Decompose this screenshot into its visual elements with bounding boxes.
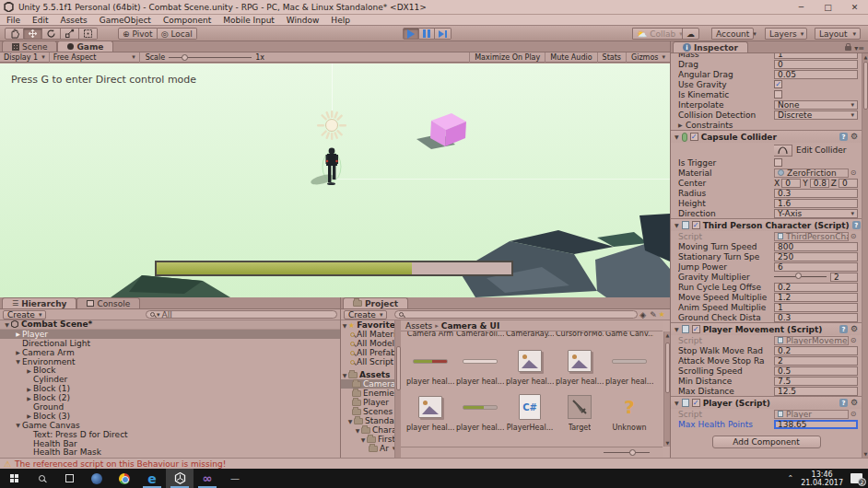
- object-picker-icon[interactable]: ⊙: [849, 232, 858, 240]
- ground-check-distance-field[interactable]: 0.3: [774, 313, 858, 322]
- menu-help[interactable]: Help: [331, 16, 350, 25]
- favorite-all-models[interactable]: All Model: [341, 339, 394, 348]
- favorite-all-prefabs[interactable]: All Prefab: [341, 348, 394, 357]
- player-script-header[interactable]: ▼ Player (Script) ?⚙: [671, 396, 862, 409]
- asset-tile[interactable]: player heal...: [605, 344, 653, 387]
- component-enabled-checkbox[interactable]: [692, 325, 700, 333]
- script-object-field[interactable]: ThirdPersonCharacter: [774, 232, 849, 241]
- inspector-scroll-area[interactable]: Mass1 Drag0 Angular Drag0.05 Use Gravity…: [671, 53, 862, 458]
- tab-hierarchy[interactable]: ☰Hierarchy: [2, 297, 76, 308]
- mute-audio-button[interactable]: Mute Audio: [545, 52, 596, 63]
- tab-console[interactable]: Console: [76, 297, 140, 308]
- help-icon[interactable]: ?: [839, 399, 848, 407]
- scale-slider-thumb[interactable]: [182, 54, 188, 61]
- hierarchy-item-game-canvas[interactable]: ▼Game Canvas: [0, 421, 340, 430]
- asset-tile[interactable]: ?Unknown: [605, 390, 653, 433]
- task-view-button[interactable]: [55, 469, 83, 488]
- account-dropdown[interactable]: Account▾: [711, 28, 754, 40]
- scrolling-speed-field[interactable]: 0.5: [774, 366, 858, 376]
- script-object-field[interactable]: Player: [774, 410, 849, 419]
- move-speed-multiplier-field[interactable]: 1.2: [774, 293, 858, 302]
- project-folder-tree[interactable]: ▼★Favorites All Materi All Model All Pre…: [341, 320, 394, 458]
- cloud-button[interactable]: ☁: [682, 28, 699, 40]
- attack-move-stop-range-field[interactable]: 2: [774, 356, 858, 366]
- object-picker-icon[interactable]: ⊙: [849, 168, 858, 177]
- scrollbar-thumb[interactable]: [863, 62, 868, 110]
- scale-slider[interactable]: [169, 57, 252, 58]
- game-viewport[interactable]: Press G to enter Direct control mode: [0, 64, 670, 297]
- gear-icon[interactable]: ⚙: [850, 133, 858, 141]
- menu-file[interactable]: File: [6, 16, 20, 25]
- display-dropdown[interactable]: Display 1▾: [0, 52, 50, 63]
- status-bar[interactable]: ⚠ The referenced script on this Behaviou…: [0, 458, 868, 469]
- help-icon[interactable]: ?: [852, 221, 861, 229]
- pivot-toggle-button[interactable]: ⊕Pivot: [118, 28, 158, 40]
- taskbar-app-globe[interactable]: [83, 469, 111, 488]
- max-distance-field[interactable]: 12.5: [774, 387, 858, 396]
- help-icon[interactable]: ?: [839, 325, 848, 333]
- save-search-icon[interactable]: ★: [659, 310, 665, 319]
- scale-tool-button[interactable]: [61, 28, 79, 40]
- center-z-field[interactable]: 0: [839, 179, 858, 188]
- hierarchy-item-health-bar-mask[interactable]: Health Bar Mask: [0, 447, 340, 457]
- material-object-field[interactable]: ZeroFriction: [774, 168, 849, 178]
- help-icon[interactable]: ?: [839, 133, 848, 141]
- breadcrumb-assets[interactable]: Assets: [405, 321, 432, 331]
- hierarchy-item-environment[interactable]: ▼Environment: [0, 357, 340, 366]
- title-bar[interactable]: Unity 5.5.1f1 Personal (64bit) - Combat …: [0, 0, 868, 15]
- tab-scene[interactable]: Scene: [2, 41, 57, 52]
- mass-field[interactable]: 1: [774, 53, 858, 59]
- radius-field[interactable]: 0.3: [774, 189, 858, 198]
- folder-player[interactable]: Player: [341, 398, 394, 407]
- folder-characters[interactable]: ▼Charac: [341, 425, 394, 435]
- stop-walk-move-radius-field[interactable]: 0.2: [774, 346, 858, 355]
- hierarchy-item-player[interactable]: ▶Player: [0, 330, 340, 339]
- favorite-all-materials[interactable]: All Materi: [341, 330, 394, 339]
- hierarchy-create-button[interactable]: Create▾: [3, 310, 46, 320]
- hierarchy-item-block[interactable]: ▶Block: [0, 366, 340, 375]
- collision-detection-dropdown[interactable]: Discrete▾: [774, 110, 858, 120]
- gear-icon[interactable]: ⚙: [850, 325, 858, 333]
- capsule-collider-header[interactable]: ▼ Capsule Collider ?⚙: [671, 130, 862, 143]
- capsule-collider-enabled-checkbox[interactable]: [690, 133, 698, 141]
- gear-icon[interactable]: ⚙: [850, 399, 858, 407]
- favorites-root[interactable]: ▼★Favorites: [341, 320, 394, 330]
- asset-tile[interactable]: Game Canv...: [605, 331, 653, 339]
- scrollbar-thumb[interactable]: [665, 343, 670, 393]
- moving-turn-speed-field[interactable]: 800: [774, 242, 858, 251]
- asset-tile[interactable]: player heal...: [456, 344, 504, 387]
- run-cycle-leg-offset-field[interactable]: 0.2: [774, 283, 858, 292]
- hand-tool-button[interactable]: [5, 28, 24, 40]
- assets-root[interactable]: ▼Assets: [341, 370, 394, 379]
- asset-grid[interactable]: Camera Arm CameraFoll... CameraRay... Cu…: [401, 331, 663, 447]
- folder-enemies[interactable]: Enemies: [341, 389, 394, 398]
- hierarchy-item-text[interactable]: Text: Press D for Direct: [0, 430, 340, 439]
- collab-button[interactable]: ⛅Collab▾: [632, 28, 687, 40]
- menu-component[interactable]: Component: [163, 16, 211, 25]
- panel-menu-icon[interactable]: ▾≡: [854, 44, 864, 52]
- taskbar-visual-studio[interactable]: ∞: [194, 469, 221, 488]
- hierarchy-item-combat-scene[interactable]: ▼Combat Scene*: [0, 320, 340, 330]
- hierarchy-item-block-2[interactable]: ▶Block (2): [0, 393, 340, 402]
- tab-inspector[interactable]: iInspector: [673, 41, 748, 52]
- folder-ar[interactable]: Ar▾: [341, 444, 394, 453]
- local-toggle-button[interactable]: ◎Local: [158, 28, 197, 40]
- stationary-turn-speed-field[interactable]: 250: [774, 252, 858, 261]
- taskbar-chrome[interactable]: [111, 469, 138, 488]
- menu-edit[interactable]: Edit: [32, 16, 48, 25]
- rotate-tool-button[interactable]: [42, 28, 61, 40]
- constraints-foldout[interactable]: ▶Constraints: [671, 120, 862, 130]
- height-field[interactable]: 1.6: [774, 199, 858, 208]
- tab-game[interactable]: Game: [57, 41, 113, 52]
- object-picker-icon[interactable]: ⊙: [849, 410, 858, 418]
- gizmos-dropdown[interactable]: Gizmos▾: [626, 52, 670, 63]
- hierarchy-item-camera-arm[interactable]: ▶Camera Arm: [0, 348, 340, 357]
- scroll-up-icon[interactable]: ▲: [664, 332, 671, 338]
- search-by-type-icon[interactable]: ◈: [639, 310, 646, 320]
- asset-tile[interactable]: player heal...: [406, 390, 454, 433]
- project-search-input[interactable]: [394, 310, 638, 319]
- tab-project[interactable]: Project: [343, 297, 408, 308]
- minimize-icon[interactable]: ─: [788, 0, 815, 14]
- asset-tile[interactable]: player heal...: [456, 390, 504, 433]
- center-x-field[interactable]: 0: [781, 179, 801, 188]
